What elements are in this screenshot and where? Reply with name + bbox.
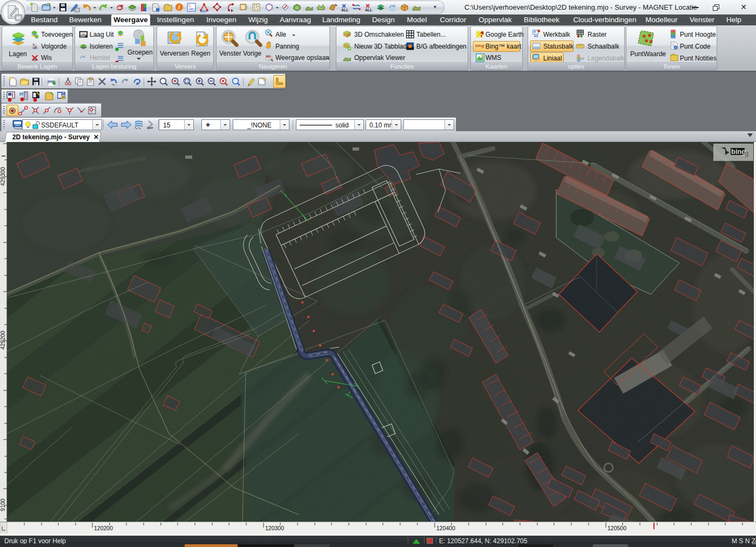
svg-text:C: C [188,4,191,8]
svg-text:120300: 120300 [265,525,284,531]
svg-text:OFF: OFF [80,35,86,38]
svg-text:120500: 120500 [608,525,626,531]
svg-text:HT: HT [580,57,584,60]
svg-text:429300: 429300 [0,167,6,186]
svg-text:9100: 9100 [0,498,6,511]
svg-text:ALL: ALL [365,8,373,12]
svg-text:g: g [745,149,748,157]
svg-text:120200: 120200 [94,525,113,531]
svg-text:ABC: ABC [188,8,195,11]
svg-text:bing: bing [731,147,746,156]
svg-text:429200: 429200 [0,330,6,349]
svg-text:EDIT: EDIT [147,126,153,130]
svg-text:120400: 120400 [436,525,455,531]
svg-text:ALL: ALL [341,8,349,12]
svg-text:EDIT: EDIT [200,10,207,13]
